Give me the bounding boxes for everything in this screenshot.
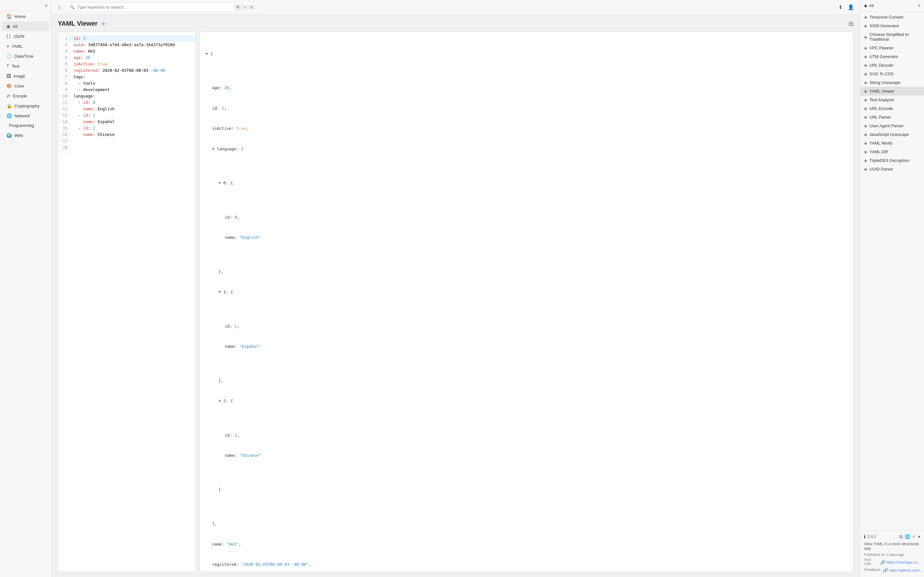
rs-label-utm-generator: UTM Generator xyxy=(869,54,898,59)
search-input[interactable] xyxy=(78,5,232,10)
collapse-sidebar-button[interactable]: « xyxy=(45,3,48,8)
rs-icon-url-encode: ◈ xyxy=(864,106,867,111)
home-button[interactable]: ⌂ xyxy=(56,3,63,11)
sidebar-item-web[interactable]: 🌍 Web xyxy=(2,131,49,140)
rs-item-yaml-diff[interactable]: ◈ YAML Diff xyxy=(860,147,924,156)
sidebar-item-datetime[interactable]: 🕐 Date/Time xyxy=(2,51,49,61)
sidebar-icon-network: 🌐 xyxy=(6,113,12,118)
rs-item-url-encode[interactable]: ◈ URL Encode xyxy=(860,104,924,113)
sidebar-item-image[interactable]: 🖼 Image xyxy=(2,71,49,81)
rs-item-tripledes-decryption[interactable]: ◈ TripleDES Decryption xyxy=(860,156,924,165)
sidebar-item-programming[interactable]: Programming xyxy=(2,121,49,130)
sidebar-item-encode[interactable]: ⇄ Encode xyxy=(2,91,49,101)
sidebar-label-text: Text xyxy=(12,64,19,69)
rs-label-svg-to-css: SVG To CSS xyxy=(869,71,893,76)
tool-link-url[interactable]: https://t.he3app.co... xyxy=(887,560,920,564)
rs-item-text-analyzer[interactable]: ◈ Text Analyzer xyxy=(860,95,924,104)
rs-item-timezone-convert[interactable]: ◈ Timezone Convert xyxy=(860,13,924,21)
sidebar-icon-yaml: ≡ xyxy=(6,44,9,49)
user-button[interactable]: 👤 xyxy=(846,3,855,11)
rs-item-yaml-viewer[interactable]: ◈ YAML Viewer xyxy=(860,87,924,95)
feedback-url[interactable]: https://github.com/... xyxy=(889,568,923,572)
rs-item-uuid-parser[interactable]: ◈ UUID Parser xyxy=(860,165,924,173)
sidebar-label-programming: Programming xyxy=(9,123,34,128)
filter-arrow[interactable]: ▾ xyxy=(918,3,920,8)
sidebar-icon-cryptography: 🔒 xyxy=(6,103,12,108)
sidebar-icon-datetime: 🕐 xyxy=(6,53,12,59)
tree-collapse-lang-2[interactable]: ▼ xyxy=(218,398,221,403)
share-button[interactable]: ⬆ xyxy=(837,3,844,11)
tool-link-row: Tool Link: 🔗 https://t.he3app.co... xyxy=(864,558,920,567)
right-sidebar-footer: ℹ 1.0.2 ⊞ 🌐 ✓ ▾ View YAML in a more stru… xyxy=(860,530,924,577)
tool-description: View YAML in a more structured way xyxy=(864,542,920,551)
rs-label-timezone-convert: Timezone Convert xyxy=(869,15,903,19)
tree-collapse-language[interactable]: ▼ xyxy=(212,147,215,151)
rs-label-string-unescape: String Unescape xyxy=(869,80,900,85)
sidebar-label-image: Image xyxy=(13,74,25,79)
code-content: id: 1uuid: 3d877494-e7d4-48e3-aa7a-16437… xyxy=(69,32,195,154)
rs-item-javascript-unescape[interactable]: ◈ JavaScript Unescape xyxy=(860,130,924,139)
rs-item-user-agent-parser[interactable]: ◈ User Agent Parser xyxy=(860,121,924,130)
rs-item-utm-generator[interactable]: ◈ UTM Generator xyxy=(860,52,924,61)
rs-item-string-unescape[interactable]: ◈ String Unescape xyxy=(860,78,924,87)
kbd-plus: + xyxy=(242,5,248,10)
tree-collapse-lang-0[interactable]: ▼ xyxy=(218,181,221,185)
rs-icon-url-decode: ◈ xyxy=(864,63,867,68)
sidebar-label-all: All xyxy=(13,24,17,29)
sidebar-item-cryptography[interactable]: 🔒 Cryptography xyxy=(2,101,49,111)
sidebar-item-yaml[interactable]: ≡ YAML xyxy=(2,41,49,51)
sidebar-item-json[interactable]: { } JSON xyxy=(2,31,49,41)
sidebar-item-color[interactable]: 🎨 Color xyxy=(2,81,49,91)
rs-icon-uuid-parser: ◈ xyxy=(864,167,867,171)
feedback-icon: 🔗 xyxy=(883,568,888,573)
sidebar-label-network: Network xyxy=(15,113,30,118)
rs-label-x509-generator: X509 Generator xyxy=(869,23,899,28)
check-icon[interactable]: ✓ xyxy=(912,534,916,539)
rs-item-yaml-minify[interactable]: ◈ YAML Minify xyxy=(860,139,924,147)
rs-icon-url-parser: ◈ xyxy=(864,115,867,119)
rs-icon-vpc-planner: ◈ xyxy=(864,45,867,50)
right-sidebar: ◈ All ▾ ◈ Timezone Convert ◈ X509 Genera… xyxy=(860,0,924,577)
rs-label-chinese-simplified: Chinese Simplified to Traditional xyxy=(869,32,920,42)
left-sidebar: « 🏠 Home ◉ All { } JSON ≡ YAML 🕐 Date/Ti… xyxy=(0,0,51,577)
rs-item-url-parser[interactable]: ◈ URL Parser xyxy=(860,113,924,121)
rs-label-yaml-minify: YAML Minify xyxy=(869,141,893,145)
sidebar-icon-color: 🎨 xyxy=(6,83,12,89)
favorite-button[interactable]: ★ xyxy=(101,20,106,27)
rs-item-chinese-simplified[interactable]: ◈ Chinese Simplified to Traditional xyxy=(860,30,924,44)
rs-icon-string-unescape: ◈ xyxy=(864,80,867,85)
sidebar-item-text[interactable]: T Text xyxy=(2,61,49,71)
tool-link-icon: 🔗 xyxy=(880,560,885,565)
code-editor[interactable]: 123456789101112131415161718 id: 1uuid: 3… xyxy=(58,32,196,572)
rs-icon-yaml-viewer: ◈ xyxy=(864,89,867,93)
layout-toggle-button[interactable]: ⊟ xyxy=(849,20,853,27)
globe-icon[interactable]: 🌐 xyxy=(905,534,910,539)
grid-icon[interactable]: ⊞ xyxy=(899,534,903,539)
rs-item-x509-generator[interactable]: ◈ X509 Generator xyxy=(860,21,924,30)
sidebar-label-color: Color xyxy=(15,84,24,89)
kbd-cmd: ⌘ xyxy=(234,5,242,10)
topbar-actions: ⬆ 👤 xyxy=(837,3,855,11)
sidebar-icon-home: 🏠 xyxy=(6,14,12,19)
sidebar-item-network[interactable]: 🌐 Network xyxy=(2,111,49,121)
tree-collapse-lang-1[interactable]: ▼ xyxy=(218,290,221,294)
rs-icon-x509-generator: ◈ xyxy=(864,23,867,28)
filter-label: All xyxy=(869,3,874,8)
expand-icon[interactable]: ▾ xyxy=(918,534,920,539)
rs-item-svg-to-css[interactable]: ◈ SVG To CSS xyxy=(860,69,924,78)
rs-icon-chinese-simplified: ◈ xyxy=(864,35,867,39)
page-title: YAML Viewer xyxy=(58,20,97,27)
rs-item-vpc-planner[interactable]: ◈ VPC Planner xyxy=(860,44,924,52)
tree-collapse-root[interactable]: ▼ xyxy=(206,51,208,56)
search-icon: 🔍 xyxy=(69,5,75,10)
feedback-row: Feedback: 🔗 https://github.com/... xyxy=(864,568,920,573)
right-sidebar-list: ◈ Timezone Convert ◈ X509 Generator ◈ Ch… xyxy=(860,11,924,530)
rs-icon-javascript-unescape: ◈ xyxy=(864,132,867,137)
sidebar-item-all[interactable]: ◉ All xyxy=(2,21,49,31)
version-row: ℹ 1.0.2 ⊞ 🌐 ✓ ▾ xyxy=(864,534,920,539)
main-content: ⌂ 🔍 ⌘ + K ⬆ 👤 YAML Viewer ★ ⊟ 123 xyxy=(51,0,860,577)
sidebar-label-json: JSON xyxy=(13,34,24,39)
sidebar-item-home[interactable]: 🏠 Home xyxy=(2,11,49,21)
rs-item-url-decode[interactable]: ◈ URL Decode xyxy=(860,61,924,69)
page-area: YAML Viewer ★ ⊟ 123456789101112131415161… xyxy=(51,15,860,577)
